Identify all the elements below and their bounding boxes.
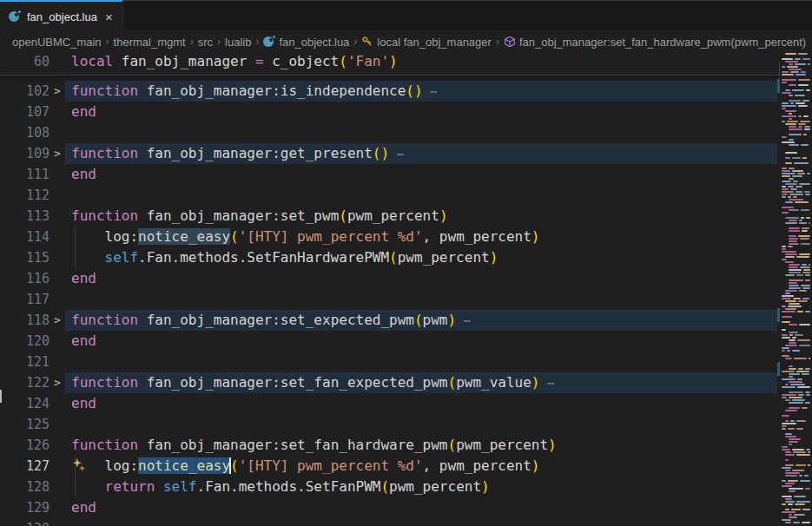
minimap-line: [789, 128, 802, 130]
code-line[interactable]: 108: [0, 122, 812, 143]
line-number[interactable]: 125: [0, 414, 50, 435]
code-line[interactable]: 122>function fan_obj_manager:set_fan_exp…: [0, 372, 812, 393]
code-line[interactable]: 114 log:notice_easy('[HTY] pwm_percent %…: [0, 227, 812, 247]
close-tab-icon[interactable]: ×: [105, 10, 113, 23]
line-number[interactable]: 129: [0, 497, 50, 518]
line-content: [65, 122, 779, 143]
line-number[interactable]: 127: [0, 456, 50, 477]
sticky-row[interactable]: 60local fan_obj_manager = c_object('Fan'…: [0, 51, 773, 72]
minimap-line: [785, 483, 795, 484]
folded-ellipsis[interactable]: ⋯: [539, 377, 555, 390]
folded-ellipsis[interactable]: ⋯: [423, 85, 439, 98]
code-line[interactable]: 125: [0, 414, 812, 435]
code-line[interactable]: 121: [0, 352, 812, 372]
minimap-line: [782, 428, 786, 430]
code-line[interactable]: 118>function fan_obj_manager:set_expecte…: [0, 310, 812, 331]
line-number[interactable]: 109: [0, 143, 50, 164]
breadcrumb-item[interactable]: src: [198, 36, 213, 49]
code-line[interactable]: 120end: [0, 331, 812, 352]
line-content: end: [65, 393, 779, 414]
line-number[interactable]: 122: [0, 372, 50, 393]
minimap-line: [802, 272, 810, 273]
code-token: (: [230, 457, 239, 474]
minimap-line: [785, 464, 794, 466]
code-line[interactable]: 102>function fan_obj_manager:is_independ…: [0, 81, 812, 102]
line-number[interactable]: 124: [0, 393, 50, 414]
breadcrumb-item[interactable]: thermal_mgmt: [114, 36, 186, 49]
line-number[interactable]: 107: [0, 102, 50, 122]
line-number[interactable]: 115: [0, 247, 50, 268]
minimap-line: [782, 74, 794, 76]
code-line[interactable]: 128 return self.Fan.methods.SetFanPWM(pw…: [0, 477, 812, 497]
line-number[interactable]: 112: [0, 185, 50, 206]
minimap-line: [782, 175, 790, 177]
fold-chevron-icon[interactable]: >: [50, 372, 65, 393]
line-number[interactable]: 120: [0, 331, 50, 352]
code-token: function: [71, 145, 147, 161]
copilot-sparkle-icon[interactable]: [72, 457, 86, 473]
code-token: pwm_percent: [398, 249, 490, 266]
line-number[interactable]: 117: [0, 289, 50, 310]
line-number[interactable]: 130: [0, 518, 50, 526]
minimap-line: [802, 230, 808, 232]
code-token: end: [71, 332, 96, 349]
minimap-line: [789, 381, 802, 383]
line-number[interactable]: 60: [0, 51, 50, 72]
code-line[interactable]: 117: [0, 289, 812, 310]
code-token: pwm_value: [456, 374, 531, 391]
line-content: [65, 414, 779, 435]
code-token: 'Fan': [347, 53, 389, 69]
code-token: ): [481, 478, 490, 495]
minimap-line: [789, 339, 795, 341]
breadcrumb-item[interactable]: lualib: [225, 36, 251, 49]
code-line[interactable]: 109>function fan_obj_manager:get_present…: [0, 143, 812, 164]
minimap-line: [785, 472, 800, 474]
line-number[interactable]: 111: [0, 164, 50, 185]
code-editor[interactable]: 60local fan_obj_manager = c_object('Fan'…: [0, 51, 812, 526]
minimap-line: [803, 134, 807, 135]
line-number[interactable]: 126: [0, 435, 50, 456]
line-number[interactable]: 116: [0, 268, 50, 289]
fold-chevron-icon[interactable]: >: [50, 81, 65, 102]
code-token: end: [71, 166, 96, 182]
minimap-line: [793, 522, 800, 523]
code-line[interactable]: 113function fan_obj_manager:set_pwm(pwm_…: [0, 206, 812, 227]
line-number[interactable]: 102: [0, 81, 50, 102]
folded-ellipsis[interactable]: ⋯: [389, 148, 405, 161]
code-line[interactable]: 116end: [0, 268, 812, 289]
minimap[interactable]: [777, 51, 812, 526]
fold-chevron-icon[interactable]: >: [50, 310, 65, 331]
code-token: end: [71, 395, 96, 411]
code-line[interactable]: 127 log:notice_easy('[HTY] pwm_percent %…: [0, 456, 812, 477]
folded-ellipsis[interactable]: ⋯: [456, 314, 472, 327]
breadcrumb-item[interactable]: local fan_obj_manager: [361, 36, 492, 49]
code-line[interactable]: 112: [0, 185, 812, 206]
line-number[interactable]: 108: [0, 122, 50, 143]
code-line[interactable]: 115 self.Fan.methods.SetFanHardwarePWM(p…: [0, 247, 812, 268]
minimap-line: [802, 373, 809, 375]
code-line[interactable]: 124end: [0, 393, 812, 414]
tab-fan-object-lua[interactable]: fan_object.lua ×: [0, 1, 123, 32]
line-number[interactable]: 121: [0, 352, 50, 372]
minimap-line: [799, 222, 807, 224]
line-number[interactable]: 118: [0, 310, 50, 331]
minimap-line: [785, 420, 789, 422]
fold-chevron-icon[interactable]: >: [50, 143, 65, 164]
code-line[interactable]: 130: [0, 518, 812, 526]
code-line[interactable]: 107end: [0, 102, 812, 122]
fold-column: [50, 268, 65, 289]
code-line[interactable]: 111end: [0, 164, 812, 185]
breadcrumb-item[interactable]: openUBMC_main: [12, 36, 102, 49]
breadcrumb-label: thermal_mgmt: [114, 36, 186, 49]
sticky-scroll-line[interactable]: 60local fan_obj_manager = c_object('Fan'…: [0, 51, 779, 76]
minimap-line: [782, 71, 789, 73]
minimap-line: [785, 501, 795, 503]
breadcrumb-item[interactable]: fan_obj_manager:set_fan_hardware_pwm(pwm…: [504, 36, 806, 49]
line-number[interactable]: 128: [0, 477, 50, 497]
code-line[interactable]: 129end: [0, 497, 812, 518]
code-line[interactable]: 126function fan_obj_manager:set_fan_hard…: [0, 435, 812, 456]
breadcrumb-item[interactable]: fan_object.lua: [263, 36, 349, 49]
minimap-line: [794, 358, 807, 359]
line-number[interactable]: 114: [0, 227, 50, 247]
line-number[interactable]: 113: [0, 206, 50, 227]
